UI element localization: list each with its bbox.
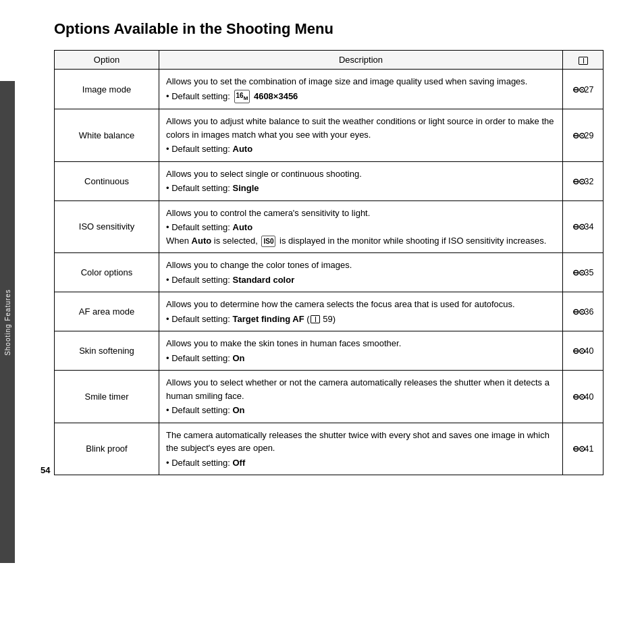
page-number: 54	[41, 465, 50, 475]
ref-cell: ⊖⊙40	[563, 371, 603, 423]
col-header-ref	[563, 51, 603, 70]
ref-arrows: ⊖⊙	[572, 346, 585, 356]
table-row: Color options Allows you to change the c…	[55, 253, 603, 292]
option-cell: ISO sensitivity	[55, 200, 159, 253]
options-table: Option Description Image mode Allows you…	[54, 50, 603, 475]
ref-arrows: ⊖⊙	[572, 85, 585, 95]
ref-arrows: ⊖⊙	[572, 268, 585, 277]
ref-cell: ⊖⊙32	[563, 161, 603, 200]
option-cell: Color options	[55, 253, 159, 292]
page-ref: ⊖⊙27	[572, 85, 594, 95]
ref-cell: ⊖⊙29	[563, 109, 603, 162]
table-row: Smile timer Allows you to select whether…	[55, 371, 603, 423]
bullet-text: • Default setting: Target finding AF ( 5…	[166, 313, 556, 326]
book-icon	[579, 57, 588, 65]
ref-arrows: ⊖⊙	[572, 222, 585, 232]
description-cell: Allows you to set the combination of ima…	[159, 70, 563, 109]
ref-cell: ⊖⊙35	[563, 253, 603, 292]
sixteenm-icon: 16M	[234, 90, 250, 103]
page-ref: ⊖⊙41	[572, 444, 594, 454]
page-ref: ⊖⊙34	[572, 222, 594, 232]
page-ref: ⊖⊙29	[572, 131, 594, 140]
ref-cell: ⊖⊙41	[563, 423, 603, 475]
bullet-text: • Default setting: On	[166, 352, 556, 365]
col-header-description: Description	[159, 51, 563, 70]
bullet-text: • Default setting: Off	[166, 456, 556, 470]
ref-arrows: ⊖⊙	[572, 444, 585, 454]
table-row: Blink proof The camera automatically rel…	[55, 423, 603, 475]
ref-arrows: ⊖⊙	[572, 131, 585, 140]
option-cell: Smile timer	[55, 371, 159, 423]
ref-cell: ⊖⊙34	[563, 200, 603, 253]
book-icon-inline	[311, 315, 320, 323]
bullet-text: • Default setting: On	[166, 404, 556, 417]
table-row: Image mode Allows you to set the combina…	[55, 70, 603, 109]
table-row: White balance Allows you to adjust white…	[55, 109, 603, 162]
ref-cell: ⊖⊙40	[563, 331, 603, 371]
bullet-text: • Default setting: Standard color	[166, 273, 556, 287]
bullet-text: • Default setting: Auto	[166, 221, 556, 234]
table-row: AF area mode Allows you to determine how…	[55, 292, 603, 331]
bullet-text: • Default setting: Auto	[166, 142, 556, 156]
option-cell: Image mode	[55, 70, 159, 109]
page-ref: ⊖⊙35	[572, 268, 594, 277]
option-cell: Continuous	[55, 161, 159, 200]
ref-arrows: ⊖⊙	[572, 177, 585, 186]
ref-cell: ⊖⊙36	[563, 292, 603, 331]
table-row: Skin softening Allows you to make the sk…	[55, 331, 603, 371]
description-cell: Allows you to make the skin tones in hum…	[159, 331, 563, 371]
page-ref: ⊖⊙36	[572, 307, 594, 317]
ref-arrows: ⊖⊙	[572, 392, 585, 402]
bullet-text: • Default setting: 16M 4608×3456	[166, 90, 556, 104]
option-cell: White balance	[55, 109, 159, 162]
description-cell: Allows you to determine how the camera s…	[159, 292, 563, 331]
ref-arrows: ⊖⊙	[572, 307, 585, 317]
bullet-text: • Default setting: Single	[166, 182, 556, 195]
description-cell: Allows you to adjust white balance to su…	[159, 109, 563, 162]
description-cell: Allows you to change the color tones of …	[159, 253, 563, 292]
page-title: Options Available in the Shooting Menu	[54, 20, 603, 38]
table-row: ISO sensitivity Allows you to control th…	[55, 200, 603, 253]
option-cell: AF area mode	[55, 292, 159, 331]
table-row: Continuous Allows you to select single o…	[55, 161, 603, 200]
description-cell: Allows you to select whether or not the …	[159, 371, 563, 423]
description-cell: Allows you to select single or continuou…	[159, 161, 563, 200]
page-ref: ⊖⊙40	[572, 346, 594, 356]
ref-cell: ⊖⊙27	[563, 70, 603, 109]
option-cell: Blink proof	[55, 423, 159, 475]
page-ref: ⊖⊙32	[572, 177, 594, 186]
description-cell: The camera automatically releases the sh…	[159, 423, 563, 475]
col-header-option: Option	[55, 51, 159, 70]
option-cell: Skin softening	[55, 331, 159, 371]
page-ref: ⊖⊙40	[572, 392, 594, 402]
iso-icon: IS0	[261, 236, 275, 247]
description-cell: Allows you to control the camera's sensi…	[159, 200, 563, 253]
